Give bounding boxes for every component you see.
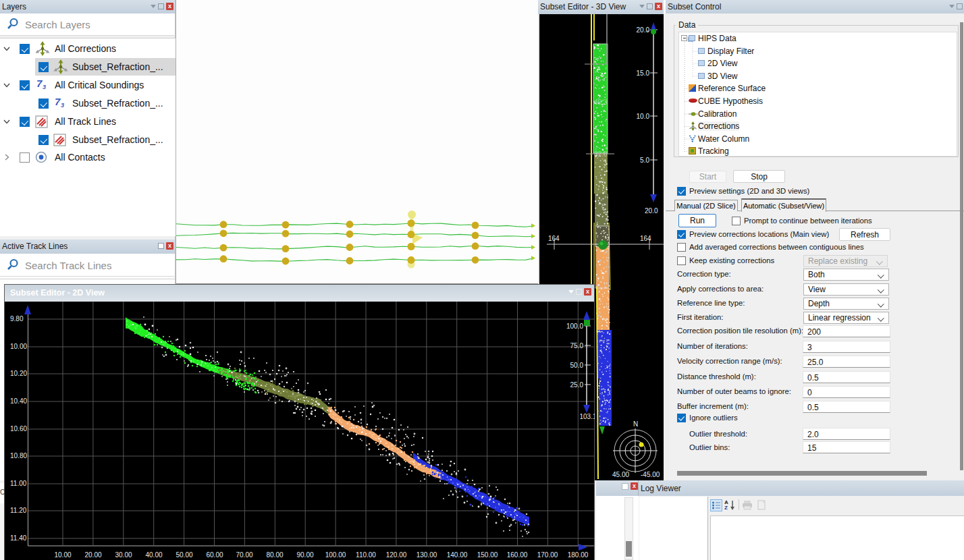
svg-text:15.0: 15.0: [637, 69, 650, 77]
svg-text:20.0: 20.0: [645, 207, 658, 215]
svg-text:164: 164: [640, 235, 651, 242]
svg-text:20.0: 20.0: [637, 26, 650, 34]
svg-text:45.00: 45.00: [612, 471, 629, 478]
svg-text:75.0: 75.0: [570, 342, 584, 349]
svg-text:50.0: 50.0: [570, 362, 584, 369]
svg-text:10.0: 10.0: [637, 113, 650, 120]
svg-text:32.0: 32.0: [594, 150, 608, 158]
svg-text:5.0: 5.0: [640, 157, 649, 164]
svg-text:49.3: 49.3: [594, 99, 608, 106]
svg-text:164: 164: [548, 235, 560, 242]
svg-text:-45.00: -45.00: [641, 471, 660, 478]
svg-text:103.1: 103.1: [579, 413, 595, 420]
svg-text:25.0: 25.0: [570, 381, 584, 389]
svg-text:N: N: [633, 420, 638, 428]
svg-text:100.0: 100.0: [566, 323, 583, 330]
